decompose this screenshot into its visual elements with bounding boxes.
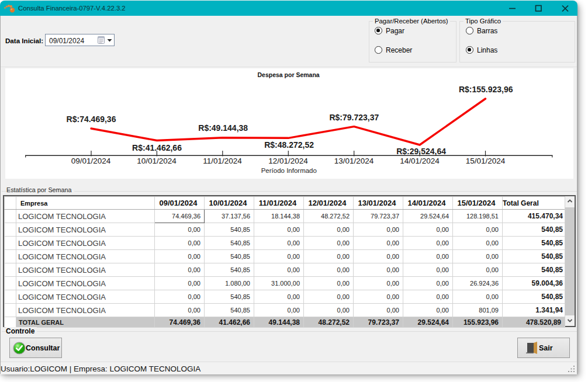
svg-text:10/01/2024: 10/01/2024 bbox=[137, 157, 177, 165]
svg-text:R$:41.462,66: R$:41.462,66 bbox=[132, 143, 182, 152]
svg-text:R$:79.723,37: R$:79.723,37 bbox=[329, 113, 379, 122]
svg-text:R$:49.144,38: R$:49.144,38 bbox=[198, 123, 248, 133]
svg-text:12/01/2024: 12/01/2024 bbox=[268, 157, 308, 165]
svg-text:Despesa por Semana: Despesa por Semana bbox=[257, 71, 319, 78]
svg-text:Período Informado: Período Informado bbox=[261, 167, 317, 174]
svg-text:15/01/2024: 15/01/2024 bbox=[466, 157, 506, 165]
svg-text:R$:48.272,52: R$:48.272,52 bbox=[264, 140, 314, 150]
svg-text:14/01/2024: 14/01/2024 bbox=[400, 157, 440, 165]
svg-text:11/01/2024: 11/01/2024 bbox=[203, 157, 242, 165]
svg-text:13/01/2024: 13/01/2024 bbox=[334, 157, 374, 165]
svg-text:09/01/2024: 09/01/2024 bbox=[71, 157, 111, 165]
svg-text:R$:155.923,96: R$:155.923,96 bbox=[459, 85, 513, 94]
svg-text:R$:74.469,36: R$:74.469,36 bbox=[67, 114, 116, 124]
svg-text:R$:29.524,64: R$:29.524,64 bbox=[396, 147, 446, 156]
